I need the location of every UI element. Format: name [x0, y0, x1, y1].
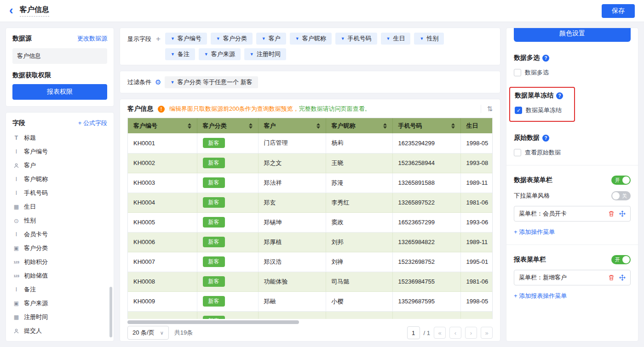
table-row[interactable]: 新客: [128, 311, 493, 319]
table-row[interactable]: KH0008新客功能体验司马懿152369847551981-06: [128, 272, 493, 291]
display-field-chip[interactable]: ▼客户编号: [165, 33, 207, 45]
field-item[interactable]: I会员卡号: [12, 228, 107, 241]
add-report-menu-link[interactable]: + 添加报表操作菜单: [514, 292, 567, 300]
move-icon[interactable]: [619, 274, 626, 281]
table-row[interactable]: KH0002新客郑之文王晓152362589441993-08: [128, 153, 493, 173]
display-field-chip[interactable]: ▼手机号码: [335, 33, 377, 45]
multi-select-checkbox[interactable]: 数据多选: [514, 68, 631, 77]
field-label: 注册时间: [24, 313, 48, 321]
color-settings-button[interactable]: 颜色设置: [514, 28, 631, 42]
row-order-icon[interactable]: ⇅: [481, 105, 493, 113]
field-item[interactable]: I备注: [12, 283, 107, 296]
sort-icon[interactable]: [451, 123, 455, 129]
page-title[interactable]: 客户信息: [20, 5, 49, 17]
first-page-button[interactable]: «: [434, 327, 446, 339]
help-icon[interactable]: ?: [542, 135, 549, 142]
display-field-chip[interactable]: ▼客户昵称: [290, 33, 332, 45]
report-menu-toggle[interactable]: 开: [611, 255, 631, 264]
table-row[interactable]: KH0001新客门店管理杨莉162352942991998-05: [128, 133, 493, 153]
field-item[interactable]: ▦生日: [12, 200, 107, 214]
display-field-chip[interactable]: ▼客户分类: [211, 33, 253, 45]
menu-item-row[interactable]: 菜单栏：会员开卡: [514, 206, 631, 222]
display-field-chip[interactable]: ▼客户来源: [199, 48, 241, 60]
save-button[interactable]: 保存: [602, 4, 635, 18]
filter-condition-chip[interactable]: ▼ 客户分类 等于任意一个 新客: [165, 76, 258, 88]
raw-data-checkbox[interactable]: 查看原始数据: [514, 148, 631, 157]
last-page-button[interactable]: »: [481, 327, 493, 339]
checkbox-unchecked-icon[interactable]: [514, 149, 521, 156]
column-header[interactable]: 客户昵称: [326, 118, 392, 133]
display-field-chip[interactable]: ▼生日: [381, 33, 411, 45]
field-item[interactable]: ▣客户分类: [12, 241, 107, 255]
back-icon[interactable]: ‹: [9, 4, 13, 16]
add-menu-link[interactable]: + 添加操作菜单: [514, 228, 555, 236]
table-row[interactable]: KH0006新客郑厚植刘邦132659848221989-11: [128, 232, 493, 252]
datasource-item[interactable]: 客户信息: [12, 48, 107, 64]
field-item[interactable]: I客户昵称: [12, 172, 107, 186]
field-item[interactable]: 123初始积分: [12, 255, 107, 269]
chip-label: 客户编号: [178, 34, 201, 43]
cell: KH0005: [128, 212, 197, 232]
column-header[interactable]: 手机号码: [392, 118, 460, 133]
sort-icon[interactable]: [383, 123, 387, 129]
display-field-chip[interactable]: ▼性别: [414, 33, 444, 45]
next-page-button[interactable]: ›: [465, 327, 477, 339]
h-scrollbar-thumb[interactable]: [127, 320, 299, 324]
display-field-chip[interactable]: ▼备注: [165, 48, 195, 60]
field-item[interactable]: 123初始储值: [12, 269, 107, 283]
field-item[interactable]: 提交人: [12, 324, 107, 338]
help-icon[interactable]: ?: [556, 92, 563, 99]
table-row[interactable]: KH0005新客郑锡坤窦政165236572991993-06: [128, 212, 493, 232]
column-header[interactable]: 生日: [460, 118, 493, 133]
page-size-value: 20 条/页: [132, 329, 155, 337]
cell: 小樱: [326, 291, 392, 311]
move-icon[interactable]: [619, 210, 626, 217]
table-row[interactable]: KH0003新客郑法祥苏漫132658915881989-11: [128, 173, 493, 193]
help-icon[interactable]: ?: [542, 55, 549, 62]
table-row[interactable]: KH0004新客郑玄李秀红132658975221981-06: [128, 193, 493, 212]
delete-icon[interactable]: [608, 274, 615, 281]
column-label: 客户分类: [203, 122, 227, 130]
table-row[interactable]: KH0009新客郑融小樱135296875951998-05: [128, 291, 493, 311]
report-permission-button[interactable]: 报表权限: [12, 84, 107, 100]
freeze-title: 数据菜单冻结: [515, 91, 553, 100]
field-label: 备注: [24, 285, 36, 294]
filter-gear-icon[interactable]: ⚙: [155, 78, 161, 86]
checkbox-checked-icon[interactable]: [515, 107, 522, 114]
field-item[interactable]: ▦注册时间: [12, 310, 107, 324]
caret-down-icon: ▼: [250, 52, 254, 57]
page-input[interactable]: 1: [407, 326, 420, 339]
column-header[interactable]: 客户: [258, 118, 326, 133]
field-item[interactable]: ▣客户来源: [12, 296, 107, 310]
cell: 郑锡坤: [258, 212, 326, 232]
dropdown-style-toggle[interactable]: 关: [611, 191, 631, 200]
menu-item-row[interactable]: 菜单栏：新增客户: [514, 270, 631, 285]
field-item[interactable]: ⊙性别: [12, 214, 107, 228]
warning-icon: !: [158, 106, 165, 113]
left-scrollbar[interactable]: [109, 287, 112, 337]
change-datasource-link[interactable]: 更改数据源: [77, 34, 107, 43]
prev-page-button[interactable]: ‹: [449, 327, 461, 339]
add-display-field-button[interactable]: +: [156, 33, 161, 45]
page-size-select[interactable]: 20 条/页 ∨: [127, 326, 169, 340]
field-item[interactable]: I客户编号: [12, 145, 107, 159]
table-menu-toggle[interactable]: 开: [611, 176, 631, 185]
cell: 13265897522: [392, 193, 460, 212]
select-field-icon: ▣: [12, 245, 20, 251]
field-item[interactable]: 客户: [12, 159, 107, 172]
formula-field-link[interactable]: + 公式字段: [78, 119, 107, 127]
freeze-checkbox[interactable]: 数据菜单冻结: [515, 106, 563, 114]
display-field-chip[interactable]: ▼客户: [256, 33, 286, 45]
field-item[interactable]: I手机号码: [12, 186, 107, 200]
column-header[interactable]: 客户分类: [197, 118, 258, 133]
cell: 窦政: [326, 212, 392, 232]
column-header[interactable]: 客户编号: [128, 118, 197, 133]
checkbox-unchecked-icon[interactable]: [514, 69, 521, 76]
sort-icon[interactable]: [188, 123, 191, 129]
display-field-chip[interactable]: ▼注册时间: [244, 48, 286, 60]
delete-icon[interactable]: [608, 210, 615, 217]
sort-icon[interactable]: [249, 123, 253, 129]
sort-icon[interactable]: [316, 123, 320, 129]
field-item[interactable]: T标题: [12, 131, 107, 145]
table-row[interactable]: KH0007新客郑汉浩刘禅152326987521995-01: [128, 252, 493, 272]
